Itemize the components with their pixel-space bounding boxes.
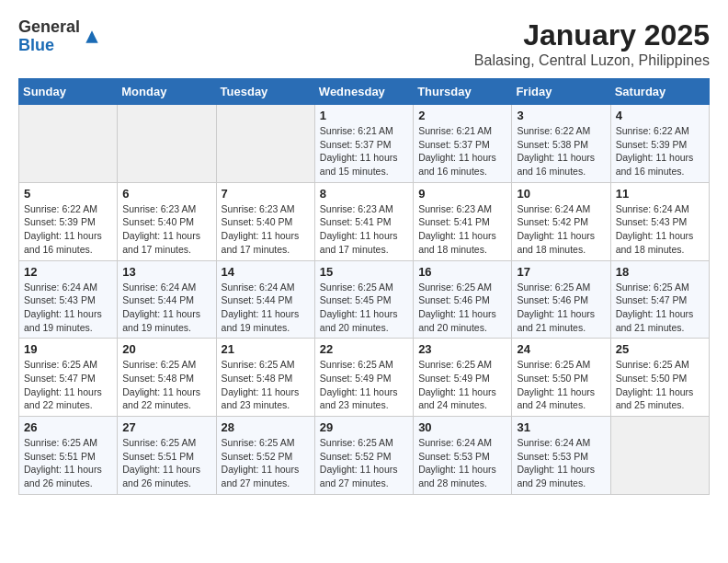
logo-general: General: [18, 18, 80, 37]
calendar-table: SundayMondayTuesdayWednesdayThursdayFrid…: [18, 78, 710, 495]
day-info: Sunrise: 6:25 AMSunset: 5:46 PMDaylight:…: [418, 282, 496, 333]
day-number: 17: [517, 265, 605, 279]
calendar-cell: 14 Sunrise: 6:24 AMSunset: 5:44 PMDaylig…: [216, 260, 314, 339]
day-info: Sunrise: 6:25 AMSunset: 5:50 PMDaylight:…: [616, 359, 694, 410]
calendar-cell: 30 Sunrise: 6:24 AMSunset: 5:53 PMDaylig…: [414, 417, 512, 495]
day-number: 19: [24, 342, 112, 356]
logo-icon: [83, 28, 101, 46]
day-number: 6: [122, 187, 210, 201]
logo-text: General Blue: [18, 18, 80, 55]
day-number: 8: [320, 187, 408, 201]
day-info: Sunrise: 6:25 AMSunset: 5:52 PMDaylight:…: [222, 437, 300, 488]
calendar-week-row: 26 Sunrise: 6:25 AMSunset: 5:51 PMDaylig…: [19, 417, 710, 495]
day-info: Sunrise: 6:25 AMSunset: 5:48 PMDaylight:…: [222, 359, 300, 410]
day-info: Sunrise: 6:25 AMSunset: 5:47 PMDaylight:…: [616, 282, 694, 333]
day-info: Sunrise: 6:25 AMSunset: 5:48 PMDaylight:…: [122, 359, 200, 410]
day-info: Sunrise: 6:23 AMSunset: 5:41 PMDaylight:…: [418, 203, 496, 255]
day-info: Sunrise: 6:25 AMSunset: 5:47 PMDaylight:…: [24, 359, 102, 410]
day-header-friday: Friday: [512, 79, 610, 105]
day-info: Sunrise: 6:25 AMSunset: 5:46 PMDaylight:…: [517, 282, 595, 333]
day-number: 13: [122, 265, 210, 279]
logo: General Blue: [18, 18, 101, 55]
calendar-week-row: 5 Sunrise: 6:22 AMSunset: 5:39 PMDayligh…: [19, 182, 710, 260]
day-number: 14: [222, 265, 310, 279]
day-number: 29: [320, 420, 408, 434]
day-info: Sunrise: 6:25 AMSunset: 5:45 PMDaylight:…: [320, 282, 398, 333]
calendar-cell: 2 Sunrise: 6:21 AMSunset: 5:37 PMDayligh…: [414, 105, 512, 183]
logo-blue: Blue: [18, 37, 80, 55]
calendar-cell: 4 Sunrise: 6:22 AMSunset: 5:39 PMDayligh…: [610, 105, 709, 183]
calendar-cell: 3 Sunrise: 6:22 AMSunset: 5:38 PMDayligh…: [512, 105, 610, 183]
calendar-cell: [216, 105, 314, 183]
calendar-cell: 12 Sunrise: 6:24 AMSunset: 5:43 PMDaylig…: [19, 260, 118, 339]
day-number: 25: [616, 342, 704, 356]
calendar-cell: 23 Sunrise: 6:25 AMSunset: 5:49 PMDaylig…: [414, 339, 512, 417]
calendar-cell: 22 Sunrise: 6:25 AMSunset: 5:49 PMDaylig…: [314, 339, 413, 417]
day-number: 15: [320, 265, 408, 279]
calendar-cell: 16 Sunrise: 6:25 AMSunset: 5:46 PMDaylig…: [414, 260, 512, 339]
page-header: General Blue January 2025 Balasing, Cent…: [18, 18, 710, 69]
day-number: 24: [517, 342, 605, 356]
calendar-cell: 28 Sunrise: 6:25 AMSunset: 5:52 PMDaylig…: [216, 417, 314, 495]
page-title: January 2025: [474, 18, 710, 52]
calendar-cell: 17 Sunrise: 6:25 AMSunset: 5:46 PMDaylig…: [512, 260, 610, 339]
calendar-cell: [610, 417, 709, 495]
calendar-cell: 15 Sunrise: 6:25 AMSunset: 5:45 PMDaylig…: [314, 260, 413, 339]
page-subtitle: Balasing, Central Luzon, Philippines: [474, 52, 710, 69]
day-number: 23: [418, 342, 506, 356]
calendar-cell: 29 Sunrise: 6:25 AMSunset: 5:52 PMDaylig…: [314, 417, 413, 495]
day-info: Sunrise: 6:23 AMSunset: 5:41 PMDaylight:…: [320, 203, 398, 255]
calendar-cell: 31 Sunrise: 6:24 AMSunset: 5:53 PMDaylig…: [512, 417, 610, 495]
day-info: Sunrise: 6:25 AMSunset: 5:49 PMDaylight:…: [320, 359, 398, 410]
calendar-cell: 26 Sunrise: 6:25 AMSunset: 5:51 PMDaylig…: [19, 417, 118, 495]
calendar-cell: 7 Sunrise: 6:23 AMSunset: 5:40 PMDayligh…: [216, 182, 314, 260]
calendar-cell: 10 Sunrise: 6:24 AMSunset: 5:42 PMDaylig…: [512, 182, 610, 260]
calendar-cell: [118, 105, 216, 183]
day-number: 22: [320, 342, 408, 356]
calendar-header-row: SundayMondayTuesdayWednesdayThursdayFrid…: [19, 79, 710, 105]
day-number: 27: [122, 420, 210, 434]
calendar-cell: 1 Sunrise: 6:21 AMSunset: 5:37 PMDayligh…: [314, 105, 413, 183]
calendar-week-row: 19 Sunrise: 6:25 AMSunset: 5:47 PMDaylig…: [19, 339, 710, 417]
day-info: Sunrise: 6:24 AMSunset: 5:43 PMDaylight:…: [616, 203, 694, 255]
day-number: 20: [122, 342, 210, 356]
calendar-cell: 19 Sunrise: 6:25 AMSunset: 5:47 PMDaylig…: [19, 339, 118, 417]
day-info: Sunrise: 6:24 AMSunset: 5:42 PMDaylight:…: [517, 203, 595, 255]
day-info: Sunrise: 6:23 AMSunset: 5:40 PMDaylight:…: [222, 203, 300, 255]
day-number: 28: [222, 420, 310, 434]
day-number: 3: [517, 109, 605, 122]
day-header-sunday: Sunday: [19, 79, 118, 105]
svg-marker-0: [85, 30, 97, 42]
day-number: 10: [517, 187, 605, 201]
day-info: Sunrise: 6:22 AMSunset: 5:38 PMDaylight:…: [517, 125, 595, 177]
calendar-cell: 8 Sunrise: 6:23 AMSunset: 5:41 PMDayligh…: [314, 182, 413, 260]
day-number: 2: [418, 109, 506, 122]
day-number: 21: [222, 342, 310, 356]
day-info: Sunrise: 6:25 AMSunset: 5:49 PMDaylight:…: [418, 359, 496, 410]
day-header-saturday: Saturday: [610, 79, 709, 105]
day-number: 30: [418, 420, 506, 434]
day-info: Sunrise: 6:25 AMSunset: 5:51 PMDaylight:…: [122, 437, 200, 488]
day-number: 4: [616, 109, 704, 122]
calendar-cell: 5 Sunrise: 6:22 AMSunset: 5:39 PMDayligh…: [19, 182, 118, 260]
calendar-cell: 6 Sunrise: 6:23 AMSunset: 5:40 PMDayligh…: [118, 182, 216, 260]
calendar-cell: [19, 105, 118, 183]
calendar-cell: 11 Sunrise: 6:24 AMSunset: 5:43 PMDaylig…: [610, 182, 709, 260]
day-info: Sunrise: 6:23 AMSunset: 5:40 PMDaylight:…: [122, 203, 200, 255]
day-header-wednesday: Wednesday: [314, 79, 413, 105]
day-info: Sunrise: 6:25 AMSunset: 5:51 PMDaylight:…: [24, 437, 102, 488]
day-info: Sunrise: 6:21 AMSunset: 5:37 PMDaylight:…: [418, 125, 496, 177]
calendar-cell: 20 Sunrise: 6:25 AMSunset: 5:48 PMDaylig…: [118, 339, 216, 417]
day-info: Sunrise: 6:24 AMSunset: 5:44 PMDaylight:…: [222, 282, 300, 333]
day-info: Sunrise: 6:25 AMSunset: 5:52 PMDaylight:…: [320, 437, 398, 488]
day-info: Sunrise: 6:21 AMSunset: 5:37 PMDaylight:…: [320, 125, 398, 177]
day-number: 11: [616, 187, 704, 201]
title-block: January 2025 Balasing, Central Luzon, Ph…: [474, 18, 710, 69]
day-number: 31: [517, 420, 605, 434]
day-number: 5: [24, 187, 112, 201]
day-info: Sunrise: 6:24 AMSunset: 5:53 PMDaylight:…: [418, 437, 496, 488]
day-number: 12: [24, 265, 112, 279]
day-header-tuesday: Tuesday: [216, 79, 314, 105]
day-number: 26: [24, 420, 112, 434]
calendar-week-row: 1 Sunrise: 6:21 AMSunset: 5:37 PMDayligh…: [19, 105, 710, 183]
